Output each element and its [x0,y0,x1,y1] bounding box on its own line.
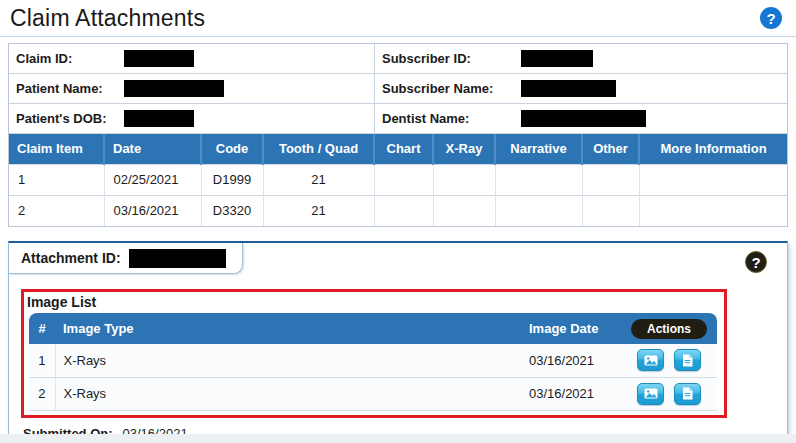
redacted-value [124,110,194,127]
cell-number: 2 [29,377,55,410]
cell-actions [621,344,717,377]
cell-more-information [639,164,787,195]
view-image-button[interactable] [637,383,664,405]
patient-name-label: Patient Name: [9,74,117,104]
col-chart: Chart [374,134,433,164]
patient-name-value [117,74,374,104]
cell-image-date: 03/16/2021 [521,344,621,377]
dentist-name-value [514,104,787,134]
subscriber-id-value [514,44,787,74]
bottom-strip [0,434,796,443]
cell-claim-item: 1 [9,164,104,195]
redacted-value [521,110,646,127]
cell-chart [374,195,433,226]
cell-code: D3320 [201,195,263,226]
claim-id-value [117,44,374,74]
cell-more-information [639,195,787,226]
image-list-box: Image List # Image Type Image Date Actio… [21,289,727,418]
image-row: 1 X-Rays 03/16/2021 [29,344,717,377]
view-image-button[interactable] [637,349,664,371]
claim-id-label: Claim ID: [9,44,117,74]
cell-narrative [495,195,582,226]
attachment-panel: Attachment ID: ? Image List # Image Type… [8,241,788,443]
image-icon [644,388,658,399]
col-other: Other [582,134,639,164]
col-xray: X-Ray [433,134,495,164]
cell-actions [621,377,717,410]
cell-image-type: X-Rays [55,377,521,410]
image-row: 2 X-Rays 03/16/2021 [29,377,717,410]
col-number: # [29,313,55,344]
col-more-information: More Information [639,134,787,164]
document-icon [682,354,693,367]
claim-items-table: Claim Item Date Code Tooth / Quad Chart … [9,134,787,226]
page-title: Claim Attachments [10,5,205,32]
cell-date: 03/16/2021 [104,195,201,226]
subscriber-id-label: Subscriber ID: [374,44,514,74]
cell-claim-item: 2 [9,195,104,226]
cell-tooth-quad: 21 [263,195,374,226]
cell-narrative [495,164,582,195]
cell-image-date: 03/16/2021 [521,377,621,410]
cell-tooth-quad: 21 [263,164,374,195]
subscriber-name-label: Subscriber Name: [374,74,514,104]
redacted-value [129,249,226,268]
patient-dob-value [117,104,374,134]
claim-items-header-row: Claim Item Date Code Tooth / Quad Chart … [9,134,787,164]
attachment-id-label: Attachment ID: [21,250,121,266]
cell-xray [433,164,495,195]
attachment-id-tab: Attachment ID: [9,243,243,274]
patient-dob-label: Patient's DOB: [9,104,117,134]
attachment-help-icon[interactable]: ? [745,251,767,273]
cell-number: 1 [29,344,55,377]
cell-code: D1999 [201,164,263,195]
cell-xray [433,195,495,226]
page-help-icon[interactable]: ? [760,7,782,29]
claim-item-row: 1 02/25/2021 D1999 21 [9,164,787,195]
col-code: Code [201,134,263,164]
col-narrative: Narrative [495,134,582,164]
redacted-value [521,50,593,67]
view-document-button[interactable] [674,349,701,371]
dentist-name-label: Dentist Name: [374,104,514,134]
cell-date: 02/25/2021 [104,164,201,195]
col-date: Date [104,134,201,164]
view-document-button[interactable] [674,383,701,405]
col-claim-item: Claim Item [9,134,104,164]
document-icon [682,387,693,400]
redacted-value [124,80,224,97]
image-list-header-row: # Image Type Image Date Actions [29,313,717,344]
image-icon [644,355,658,366]
cell-image-type: X-Rays [55,344,521,377]
claim-attachments-page: Claim Attachments ? Claim ID: Subscriber… [0,0,796,443]
title-bar: Claim Attachments ? [0,0,796,37]
cell-chart [374,164,433,195]
image-list-title: Image List [24,292,724,313]
col-image-date: Image Date [521,313,621,344]
redacted-value [521,80,616,97]
claim-item-row: 2 03/16/2021 D3320 21 [9,195,787,226]
subscriber-name-value [514,74,787,104]
cell-other [582,195,639,226]
col-tooth-quad: Tooth / Quad [263,134,374,164]
col-image-type: Image Type [55,313,521,344]
redacted-value [124,50,194,67]
claim-info-grid: Claim ID: Subscriber ID: Patient Name: S… [9,44,787,134]
image-list-table: # Image Type Image Date Actions 1 X-Rays… [29,313,717,411]
claim-info-block: Claim ID: Subscriber ID: Patient Name: S… [8,43,788,227]
col-actions: Actions [621,313,717,344]
actions-pill: Actions [631,319,707,339]
cell-other [582,164,639,195]
